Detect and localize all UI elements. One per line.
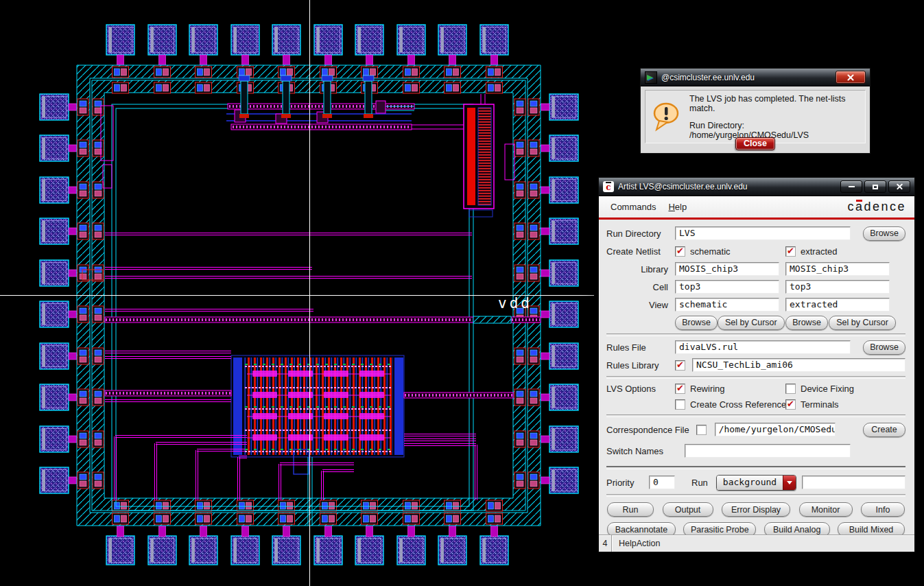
- cell-schematic-field[interactable]: top3: [675, 280, 779, 294]
- rules-file-browse-button[interactable]: Browse: [863, 340, 905, 355]
- action-buttons-row: Run Output Error Display Monitor Info: [607, 502, 905, 517]
- correspondence-file-label: Correspondence File: [606, 425, 689, 435]
- cell-row: Cell top3 top3: [606, 278, 905, 296]
- output-button[interactable]: Output: [663, 502, 713, 517]
- run-button[interactable]: Run: [607, 502, 654, 517]
- correspondence-file-row: Correspondence File /home/yurgelon/CMOSe…: [606, 419, 905, 440]
- error-display-button[interactable]: Error Display: [722, 502, 790, 517]
- cell-extracted-field[interactable]: top3: [785, 280, 890, 294]
- view-schematic-field[interactable]: schematic: [675, 298, 779, 312]
- warning-icon: [651, 101, 681, 132]
- library-schematic-field[interactable]: MOSIS_chip3: [675, 262, 779, 276]
- notification-titlebar[interactable]: @csimcluster.ee.unlv.edu: [641, 69, 870, 86]
- run-directory-label: Run Directory: [606, 228, 675, 239]
- run-directory-browse-button[interactable]: Browse: [863, 226, 905, 241]
- menu-commands[interactable]: Commands: [604, 199, 662, 215]
- parasitic-probe-button[interactable]: Parasitic Probe: [683, 522, 756, 535]
- cell-label: Cell: [606, 282, 675, 292]
- extracted-checkbox-label: extracted: [801, 246, 837, 257]
- schematic-browse-button[interactable]: Browse: [675, 316, 718, 330]
- correspondence-file-checkbox[interactable]: [696, 425, 707, 435]
- cap-array-block: [464, 104, 514, 217]
- run-directory-field[interactable]: LVS: [675, 226, 851, 240]
- close-icon: [847, 74, 854, 81]
- separator: [606, 414, 905, 417]
- backannotate-button[interactable]: Backannotate: [607, 522, 676, 535]
- top-bus: [226, 94, 485, 130]
- switch-names-row: Switch Names: [606, 440, 905, 462]
- switch-names-field[interactable]: [685, 444, 851, 458]
- view-extracted-field[interactable]: extracted: [785, 298, 890, 312]
- menu-help[interactable]: Help: [662, 199, 693, 215]
- cadence-logo: cadence: [847, 200, 906, 214]
- schematic-sel-by-cursor-button[interactable]: Sel by Cursor: [718, 316, 785, 330]
- rewiring-checkbox[interactable]: [675, 384, 685, 394]
- status-text: HelpAction: [612, 535, 660, 552]
- rules-library-field[interactable]: NCSU_TechLib_ami06: [692, 358, 905, 372]
- lvs-options-row1: LVS Options Rewiring Device Fixing: [606, 381, 905, 397]
- lvs-window-title: Artist LVS@csimcluster.ee.unlv.edu: [618, 182, 836, 191]
- close-window-button[interactable]: [836, 71, 866, 84]
- extracted-browse-button[interactable]: Browse: [785, 316, 828, 330]
- run-mode-dropdown[interactable]: background: [716, 475, 796, 491]
- monitor-button[interactable]: Monitor: [799, 502, 853, 517]
- create-cross-reference-checkbox[interactable]: [675, 399, 685, 410]
- terminals-checkbox[interactable]: [785, 399, 796, 410]
- notification-line1: The LVS job has completed. The net-lists…: [689, 94, 860, 113]
- vdd-net-label: vdd: [498, 295, 532, 312]
- lvs-menubar: Commands Help cadence: [599, 196, 914, 218]
- device-fixing-checkbox[interactable]: [785, 384, 796, 394]
- create-cross-reference-label: Create Cross Reference: [690, 399, 786, 410]
- rules-file-row: Rules File divaLVS.rul Browse: [606, 338, 905, 356]
- minimize-button[interactable]: [840, 180, 862, 193]
- selector-buttons-row: Browse Sel by Cursor Browse Sel by Curso…: [606, 314, 905, 331]
- notification-line2: Run Directory: /home/yurgelon/CMOSedu/LV…: [689, 121, 860, 140]
- notification-window: @csimcluster.ee.unlv.edu The LVS job has…: [640, 68, 870, 154]
- priority-run-row: Priority 0 Run background: [606, 473, 905, 492]
- maximize-button[interactable]: [864, 180, 886, 193]
- maximize-icon: [873, 185, 878, 189]
- build-analog-button[interactable]: Build Analog: [764, 522, 830, 535]
- notification-title: @csimcluster.ee.unlv.edu: [661, 73, 831, 82]
- priority-label: Priority: [606, 478, 649, 488]
- view-label: View: [606, 300, 675, 310]
- correspondence-file-field[interactable]: /home/yurgelon/CMOSedu/lvs_c: [715, 423, 836, 436]
- create-netlist-row: Create Netlist schematic extracted: [606, 242, 905, 260]
- build-mixed-button[interactable]: Build Mixed: [838, 522, 905, 535]
- run-mode-label: Run: [691, 478, 708, 488]
- library-row: Library MOSIS_chip3 MOSIS_chip3: [606, 260, 905, 278]
- status-number: 4: [599, 535, 612, 552]
- extracted-checkbox[interactable]: [785, 246, 796, 257]
- close-window-button[interactable]: [888, 180, 910, 193]
- extracted-sel-by-cursor-button[interactable]: Sel by Cursor: [829, 316, 896, 330]
- device-fixing-label: Device Fixing: [801, 384, 854, 394]
- desktop: vdd @csimcluster.ee.unlv.edu: [0, 0, 924, 586]
- lvs-options-row2: Create Cross Reference Terminals: [606, 397, 905, 412]
- rules-file-field[interactable]: divaLVS.rul: [675, 340, 851, 354]
- correspondence-create-button[interactable]: Create: [863, 423, 905, 437]
- priority-field[interactable]: 0: [649, 476, 675, 489]
- run-directory-row: Run Directory LVS Browse: [606, 224, 905, 242]
- close-button[interactable]: Close: [735, 137, 775, 150]
- run-args-field[interactable]: [802, 476, 905, 489]
- minimize-icon: [849, 186, 855, 187]
- lvs-titlebar[interactable]: Artist LVS@csimcluster.ee.unlv.edu: [599, 178, 914, 196]
- separator: [606, 376, 905, 379]
- switch-names-label: Switch Names: [606, 446, 675, 456]
- lvs-statusbar: 4 HelpAction: [599, 535, 914, 552]
- create-netlist-label: Create Netlist: [606, 246, 675, 257]
- view-row: View schematic extracted: [606, 296, 905, 314]
- separator: [606, 494, 905, 497]
- rules-library-label: Rules Library: [606, 360, 675, 371]
- library-label: Library: [606, 264, 675, 274]
- rules-file-label: Rules File: [606, 342, 675, 353]
- dropdown-arrow-icon: [783, 476, 796, 490]
- notification-message-panel: The LVS job has completed. The net-lists…: [645, 90, 866, 143]
- rules-library-row: Rules Library NCSU_TechLib_ami06: [606, 356, 905, 374]
- app-icon: [645, 71, 657, 84]
- library-extracted-field[interactable]: MOSIS_chip3: [785, 262, 890, 276]
- rules-library-checkbox[interactable]: [675, 360, 685, 371]
- schematic-checkbox[interactable]: [675, 246, 685, 257]
- info-button[interactable]: Info: [861, 502, 905, 517]
- tool-buttons-row: Backannotate Parasitic Probe Build Analo…: [607, 522, 905, 535]
